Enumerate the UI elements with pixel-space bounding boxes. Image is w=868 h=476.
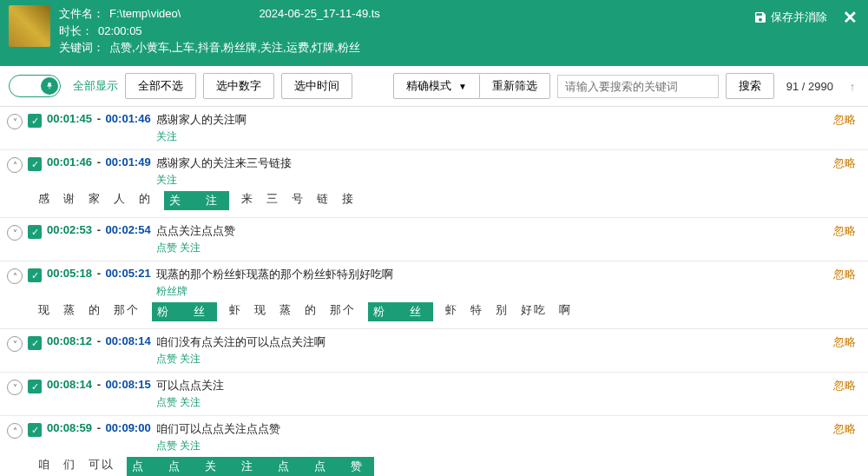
time-range: 00:08:14 - 00:08:15 xyxy=(47,378,151,391)
time-end: 00:05:21 xyxy=(106,267,151,280)
token: 的 xyxy=(305,302,318,321)
token: 的 xyxy=(89,302,102,321)
expand-toggle[interactable]: ˅ xyxy=(7,114,23,129)
expand-toggle[interactable]: ˄ xyxy=(7,423,23,439)
header-info: 文件名： F:\temp\video\ 2024-06-25_17-11-49.… xyxy=(59,5,859,56)
mode-dropdown[interactable]: 精确模式 ▼ xyxy=(394,74,480,98)
token-highlight: 粉 丝 xyxy=(152,302,217,321)
scroll-up-icon[interactable]: ↑ xyxy=(845,80,859,93)
item-title: 点点关注点点赞 xyxy=(156,223,858,239)
time-start: 00:01:45 xyxy=(47,112,92,125)
item-tags: 点赞 关注 xyxy=(156,439,858,453)
token-row: 现蒸的那个粉 丝虾现蒸的那个粉 丝虾特别好吃啊 xyxy=(7,299,858,323)
token: 别 xyxy=(496,302,509,321)
token: 号 xyxy=(292,191,305,210)
token-row: 感谢家人的关 注来三号链接 xyxy=(7,188,858,212)
token-highlight: 粉 丝 xyxy=(368,302,433,321)
token: 接 xyxy=(342,191,355,210)
item-title: 咱们可以点点关注点点赞 xyxy=(156,421,858,437)
ignore-button[interactable]: 忽略 xyxy=(833,112,856,128)
select-numbers-button[interactable]: 选中数字 xyxy=(203,73,274,99)
token: 虾 xyxy=(445,302,458,321)
list-item: ˅✓00:02:53 - 00:02:54点点关注点点赞点赞 关注忽略 xyxy=(0,218,868,261)
show-all-toggle[interactable] xyxy=(9,75,61,97)
token: 链 xyxy=(317,191,330,210)
token: 来 xyxy=(241,191,254,210)
item-tags: 关注 xyxy=(156,129,858,144)
time-end: 00:01:46 xyxy=(106,112,151,125)
item-checkbox[interactable]: ✓ xyxy=(28,380,42,393)
time-start: 00:02:53 xyxy=(47,223,92,236)
token: 啊 xyxy=(559,302,572,321)
refilter-button[interactable]: 重新筛选 xyxy=(480,74,549,98)
keywords-label: 关键词： xyxy=(59,39,104,56)
redacted-segment xyxy=(181,8,259,20)
expand-toggle[interactable]: ˄ xyxy=(7,157,23,173)
duration-label: 时长： xyxy=(59,23,93,40)
expand-toggle[interactable]: ˅ xyxy=(7,336,23,352)
item-checkbox[interactable]: ✓ xyxy=(28,336,42,350)
expand-toggle[interactable]: ˄ xyxy=(7,268,23,284)
list-item: ˅✓00:08:12 - 00:08:14咱们没有点关注的可以点点关注啊点赞 关… xyxy=(0,329,868,373)
save-icon xyxy=(753,10,767,24)
search-input[interactable] xyxy=(557,75,719,98)
pin-icon xyxy=(45,82,54,90)
time-start: 00:05:18 xyxy=(47,267,92,280)
item-title: 感谢家人的关注啊 xyxy=(156,112,858,128)
ignore-button[interactable]: 忽略 xyxy=(833,155,856,171)
token: 们 xyxy=(63,457,76,476)
file-path: F:\temp\video\ 2024-06-25_17-11-49.ts xyxy=(109,5,380,23)
token: 家 xyxy=(89,191,102,210)
save-and-clear-button[interactable]: 保存并消除 xyxy=(753,10,827,25)
item-title: 咱们没有点关注的可以点点关注啊 xyxy=(156,334,858,350)
duration-value: 02:00:05 xyxy=(98,23,142,40)
token: 现 xyxy=(254,302,267,321)
token: 谢 xyxy=(63,191,76,210)
token: 蒸 xyxy=(279,302,293,321)
ignore-button[interactable]: 忽略 xyxy=(833,378,856,393)
time-start: 00:08:59 xyxy=(47,421,92,434)
item-checkbox[interactable]: ✓ xyxy=(28,423,42,437)
expand-toggle[interactable]: ˅ xyxy=(7,380,23,395)
item-tags: 关注 xyxy=(156,173,858,188)
item-tags: 粉丝牌 xyxy=(156,284,858,299)
item-title: 现蒸的那个粉丝虾现蒸的那个粉丝虾特别好吃啊 xyxy=(156,267,858,282)
item-checkbox[interactable]: ✓ xyxy=(28,114,42,128)
token: 人 xyxy=(114,191,127,210)
keywords-value: 点赞,小黄车,上车,抖音,粉丝牌,关注,运费,灯牌,粉丝 xyxy=(109,39,360,56)
ignore-button[interactable]: 忽略 xyxy=(833,267,856,282)
item-checkbox[interactable]: ✓ xyxy=(28,225,42,239)
list-item: ˄✓00:08:59 - 00:09:00咱们可以点点关注点点赞点赞 关注忽略咱… xyxy=(0,416,868,476)
time-range: 00:02:53 - 00:02:54 xyxy=(47,223,151,236)
item-tags: 点赞 关注 xyxy=(156,352,858,367)
token: 的 xyxy=(139,191,152,210)
select-time-button[interactable]: 选中时间 xyxy=(281,73,352,99)
ignore-button[interactable]: 忽略 xyxy=(833,223,856,239)
token: 那个 xyxy=(330,302,356,321)
result-list[interactable]: ˅✓00:01:45 - 00:01:46感谢家人的关注啊关注忽略˄✓00:01… xyxy=(0,107,868,476)
list-item: ˄✓00:01:46 - 00:01:49感谢家人的关注来三号链接关注忽略感谢家… xyxy=(0,150,868,218)
deselect-all-button[interactable]: 全部不选 xyxy=(125,73,196,99)
item-checkbox[interactable]: ✓ xyxy=(28,157,42,171)
token: 特 xyxy=(470,302,483,321)
item-title: 感谢家人的关注来三号链接 xyxy=(156,155,858,171)
token-row: 咱们可以点 点 关 注 点 点 赞 xyxy=(7,453,858,476)
search-button[interactable]: 搜索 xyxy=(726,73,774,99)
item-checkbox[interactable]: ✓ xyxy=(28,268,42,282)
header: 文件名： F:\temp\video\ 2024-06-25_17-11-49.… xyxy=(0,0,868,66)
toolbar: 全部显示 全部不选 选中数字 选中时间 精确模式 ▼ 重新筛选 搜索 91 / … xyxy=(0,66,868,107)
show-all-label: 全部显示 xyxy=(73,78,118,94)
chevron-down-icon: ▼ xyxy=(458,82,467,91)
video-thumbnail xyxy=(9,5,50,47)
token-highlight: 点 点 关 注 点 点 赞 xyxy=(127,457,374,476)
list-item: ˅✓00:08:14 - 00:08:15可以点点关注点赞 关注忽略 xyxy=(0,373,868,416)
time-range: 00:08:12 - 00:08:14 xyxy=(47,334,151,347)
ignore-button[interactable]: 忽略 xyxy=(833,334,856,350)
close-button[interactable]: ✕ xyxy=(843,7,858,28)
expand-toggle[interactable]: ˅ xyxy=(7,225,23,241)
token: 咱 xyxy=(38,457,51,476)
list-item: ˅✓00:01:45 - 00:01:46感谢家人的关注啊关注忽略 xyxy=(0,107,868,150)
ignore-button[interactable]: 忽略 xyxy=(833,421,856,437)
result-counter: 91 / 2990 xyxy=(781,80,838,93)
token: 好吃 xyxy=(521,302,547,321)
